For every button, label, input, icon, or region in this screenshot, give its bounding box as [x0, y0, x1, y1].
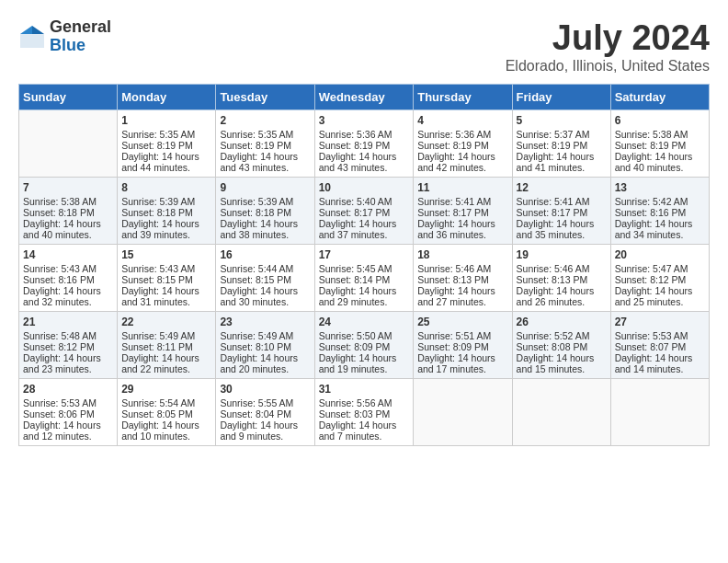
day-number: 29 — [121, 383, 211, 396]
sunset-text: Sunset: 8:03 PM — [319, 408, 391, 419]
calendar-day-cell — [512, 379, 610, 446]
sunset-text: Sunset: 8:13 PM — [517, 274, 588, 285]
calendar-day-header: Monday — [118, 85, 216, 110]
location: Eldorado, Illinois, United States — [506, 58, 710, 75]
sunrise-text: Sunrise: 5:54 AM — [121, 397, 195, 408]
sunrise-text: Sunrise: 5:51 AM — [417, 330, 491, 341]
calendar-day-cell: 15 Sunrise: 5:43 AM Sunset: 8:15 PM Dayl… — [118, 245, 216, 312]
calendar-day-cell: 19 Sunrise: 5:46 AM Sunset: 8:13 PM Dayl… — [512, 245, 610, 312]
calendar-day-cell: 7 Sunrise: 5:38 AM Sunset: 8:18 PM Dayli… — [19, 178, 118, 245]
sunset-text: Sunset: 8:18 PM — [23, 207, 95, 218]
page-header: General Blue July 2024 Eldorado, Illinoi… — [18, 18, 710, 75]
sunrise-text: Sunrise: 5:35 AM — [220, 129, 293, 140]
daylight-text: Daylight: 14 hours and 29 minutes. — [319, 285, 397, 307]
sunset-text: Sunset: 8:12 PM — [23, 341, 95, 352]
sunset-text: Sunset: 8:04 PM — [220, 408, 291, 419]
sunset-text: Sunset: 8:17 PM — [517, 207, 588, 218]
sunset-text: Sunset: 8:19 PM — [220, 140, 291, 151]
day-number: 17 — [319, 248, 410, 261]
calendar-day-cell — [19, 110, 118, 178]
sunrise-text: Sunrise: 5:38 AM — [23, 196, 97, 207]
day-number: 4 — [417, 114, 507, 127]
calendar-day-cell: 18 Sunrise: 5:46 AM Sunset: 8:13 PM Dayl… — [414, 245, 512, 312]
sunrise-text: Sunrise: 5:44 AM — [220, 263, 293, 274]
sunset-text: Sunset: 8:19 PM — [417, 140, 489, 151]
daylight-text: Daylight: 14 hours and 40 minutes. — [23, 218, 101, 240]
sunset-text: Sunset: 8:16 PM — [23, 274, 95, 285]
daylight-text: Daylight: 14 hours and 43 minutes. — [220, 151, 298, 173]
calendar-week-row: 1 Sunrise: 5:35 AM Sunset: 8:19 PM Dayli… — [19, 110, 710, 178]
calendar-day-cell: 17 Sunrise: 5:45 AM Sunset: 8:14 PM Dayl… — [314, 245, 414, 312]
calendar-day-header: Friday — [512, 85, 610, 110]
daylight-text: Daylight: 14 hours and 30 minutes. — [220, 285, 298, 307]
daylight-text: Daylight: 14 hours and 26 minutes. — [517, 285, 595, 307]
day-number: 26 — [517, 316, 607, 328]
calendar-day-cell: 1 Sunrise: 5:35 AM Sunset: 8:19 PM Dayli… — [118, 110, 216, 178]
day-number: 11 — [417, 181, 507, 194]
day-number: 28 — [23, 383, 113, 396]
calendar-day-cell: 10 Sunrise: 5:40 AM Sunset: 8:17 PM Dayl… — [314, 178, 414, 245]
calendar-day-cell: 28 Sunrise: 5:53 AM Sunset: 8:06 PM Dayl… — [19, 379, 118, 446]
sunset-text: Sunset: 8:17 PM — [319, 207, 391, 218]
sunrise-text: Sunrise: 5:46 AM — [517, 263, 590, 274]
sunrise-text: Sunrise: 5:41 AM — [417, 196, 491, 207]
calendar-week-row: 7 Sunrise: 5:38 AM Sunset: 8:18 PM Dayli… — [19, 178, 710, 245]
sunrise-text: Sunrise: 5:36 AM — [319, 129, 392, 140]
logo-blue: Blue — [50, 37, 111, 55]
calendar-day-cell: 27 Sunrise: 5:53 AM Sunset: 8:07 PM Dayl… — [610, 312, 709, 379]
daylight-text: Daylight: 14 hours and 22 minutes. — [121, 352, 199, 374]
calendar-day-cell: 9 Sunrise: 5:39 AM Sunset: 8:18 PM Dayli… — [216, 178, 314, 245]
sunset-text: Sunset: 8:13 PM — [417, 274, 489, 285]
calendar-day-cell: 21 Sunrise: 5:48 AM Sunset: 8:12 PM Dayl… — [19, 312, 118, 379]
sunset-text: Sunset: 8:09 PM — [319, 341, 391, 352]
sunset-text: Sunset: 8:09 PM — [417, 341, 489, 352]
calendar-day-header: Wednesday — [314, 85, 414, 110]
day-number: 19 — [517, 248, 607, 261]
sunrise-text: Sunrise: 5:39 AM — [220, 196, 293, 207]
day-number: 3 — [319, 114, 410, 127]
sunrise-text: Sunrise: 5:48 AM — [23, 330, 97, 341]
calendar-week-row: 21 Sunrise: 5:48 AM Sunset: 8:12 PM Dayl… — [19, 312, 710, 379]
day-number: 10 — [319, 181, 410, 194]
logo-icon — [18, 23, 46, 51]
sunset-text: Sunset: 8:19 PM — [319, 140, 391, 151]
sunrise-text: Sunrise: 5:49 AM — [121, 330, 195, 341]
calendar-day-cell: 8 Sunrise: 5:39 AM Sunset: 8:18 PM Dayli… — [118, 178, 216, 245]
calendar-day-cell: 23 Sunrise: 5:49 AM Sunset: 8:10 PM Dayl… — [216, 312, 314, 379]
title-block: July 2024 Eldorado, Illinois, United Sta… — [506, 18, 710, 75]
day-number: 31 — [319, 383, 410, 396]
sunrise-text: Sunrise: 5:38 AM — [615, 129, 688, 140]
day-number: 6 — [615, 114, 705, 127]
sunset-text: Sunset: 8:18 PM — [121, 207, 193, 218]
calendar-day-cell: 26 Sunrise: 5:52 AM Sunset: 8:08 PM Dayl… — [512, 312, 610, 379]
sunrise-text: Sunrise: 5:40 AM — [319, 196, 392, 207]
sunrise-text: Sunrise: 5:56 AM — [319, 397, 392, 408]
sunset-text: Sunset: 8:19 PM — [121, 140, 193, 151]
calendar-day-cell: 16 Sunrise: 5:44 AM Sunset: 8:15 PM Dayl… — [216, 245, 314, 312]
calendar-day-cell: 5 Sunrise: 5:37 AM Sunset: 8:19 PM Dayli… — [512, 110, 610, 178]
calendar-week-row: 28 Sunrise: 5:53 AM Sunset: 8:06 PM Dayl… — [19, 379, 710, 446]
calendar-day-cell: 29 Sunrise: 5:54 AM Sunset: 8:05 PM Dayl… — [118, 379, 216, 446]
daylight-text: Daylight: 14 hours and 34 minutes. — [615, 218, 693, 240]
day-number: 2 — [220, 114, 310, 127]
day-number: 13 — [615, 181, 705, 194]
daylight-text: Daylight: 14 hours and 27 minutes. — [417, 285, 495, 307]
calendar-day-cell: 30 Sunrise: 5:55 AM Sunset: 8:04 PM Dayl… — [216, 379, 314, 446]
calendar-day-cell: 6 Sunrise: 5:38 AM Sunset: 8:19 PM Dayli… — [610, 110, 709, 178]
daylight-text: Daylight: 14 hours and 43 minutes. — [319, 151, 397, 173]
sunrise-text: Sunrise: 5:53 AM — [615, 330, 688, 341]
day-number: 9 — [220, 181, 310, 194]
daylight-text: Daylight: 14 hours and 37 minutes. — [319, 218, 397, 240]
day-number: 1 — [121, 114, 211, 127]
daylight-text: Daylight: 14 hours and 10 minutes. — [121, 419, 199, 442]
daylight-text: Daylight: 14 hours and 25 minutes. — [615, 285, 693, 307]
daylight-text: Daylight: 14 hours and 32 minutes. — [23, 285, 101, 307]
sunset-text: Sunset: 8:16 PM — [615, 207, 687, 218]
calendar-day-header: Tuesday — [216, 85, 314, 110]
sunset-text: Sunset: 8:15 PM — [220, 274, 291, 285]
daylight-text: Daylight: 14 hours and 36 minutes. — [417, 218, 495, 240]
logo-general: General — [50, 18, 111, 37]
daylight-text: Daylight: 14 hours and 17 minutes. — [417, 352, 495, 374]
sunrise-text: Sunrise: 5:36 AM — [417, 129, 491, 140]
sunset-text: Sunset: 8:18 PM — [220, 207, 291, 218]
